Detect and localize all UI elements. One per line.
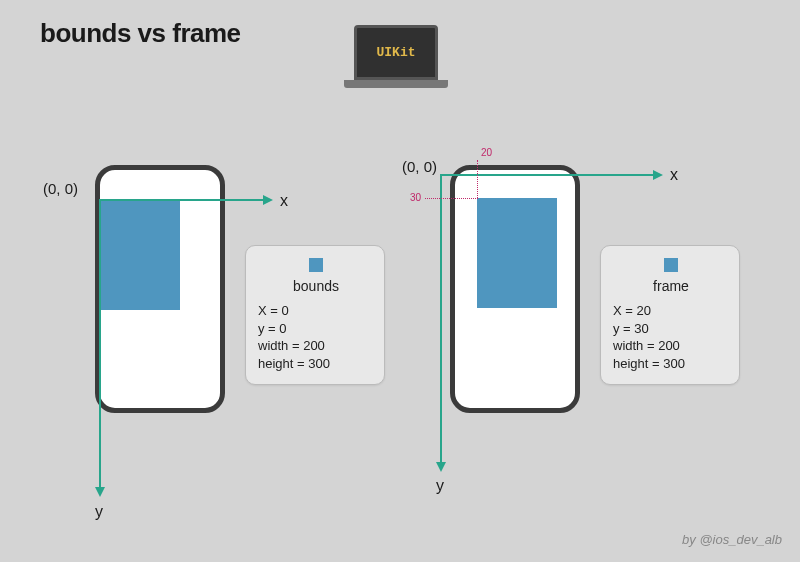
x-arrow-frame xyxy=(653,170,663,180)
x-axis-frame xyxy=(440,174,655,176)
x-arrow-bounds xyxy=(263,195,273,205)
y-label-bounds: y xyxy=(95,503,103,521)
frame-y: y = 30 xyxy=(613,320,729,338)
frame-card-title: frame xyxy=(613,278,729,294)
byline: by @ios_dev_alb xyxy=(682,532,782,547)
frame-width: width = 200 xyxy=(613,337,729,355)
view-rect-bounds xyxy=(100,200,180,310)
offset-y-line xyxy=(425,198,478,199)
phone-bounds xyxy=(95,165,225,413)
frame-card: frame X = 20 y = 30 width = 200 height =… xyxy=(600,245,740,385)
bounds-height: height = 300 xyxy=(258,355,374,373)
origin-label-bounds: (0, 0) xyxy=(43,180,78,197)
bounds-card-title: bounds xyxy=(258,278,374,294)
frame-height: height = 300 xyxy=(613,355,729,373)
offset-y-value: 30 xyxy=(410,192,421,203)
swatch-icon xyxy=(664,258,678,272)
page-title: bounds vs frame xyxy=(40,18,241,49)
offset-x-line xyxy=(477,160,478,198)
x-label-frame: x xyxy=(670,166,678,184)
laptop-base xyxy=(344,80,448,88)
view-rect-frame xyxy=(477,198,557,308)
phone-frame xyxy=(450,165,580,413)
y-label-frame: y xyxy=(436,477,444,495)
bounds-width: width = 200 xyxy=(258,337,374,355)
laptop-screen: UIKit xyxy=(354,25,438,80)
laptop-illustration: UIKit xyxy=(346,25,446,103)
x-label-bounds: x xyxy=(280,192,288,210)
y-arrow-frame xyxy=(436,462,446,472)
origin-label-frame: (0, 0) xyxy=(402,158,437,175)
offset-x-value: 20 xyxy=(481,147,492,158)
bounds-y: y = 0 xyxy=(258,320,374,338)
x-axis-bounds xyxy=(100,199,265,201)
frame-x: X = 20 xyxy=(613,302,729,320)
bounds-card: bounds X = 0 y = 0 width = 200 height = … xyxy=(245,245,385,385)
bounds-x: X = 0 xyxy=(258,302,374,320)
swatch-icon xyxy=(309,258,323,272)
y-arrow-bounds xyxy=(95,487,105,497)
laptop-brand-text: UIKit xyxy=(376,45,415,60)
y-axis-bounds xyxy=(99,199,101,489)
y-axis-frame xyxy=(440,174,442,464)
